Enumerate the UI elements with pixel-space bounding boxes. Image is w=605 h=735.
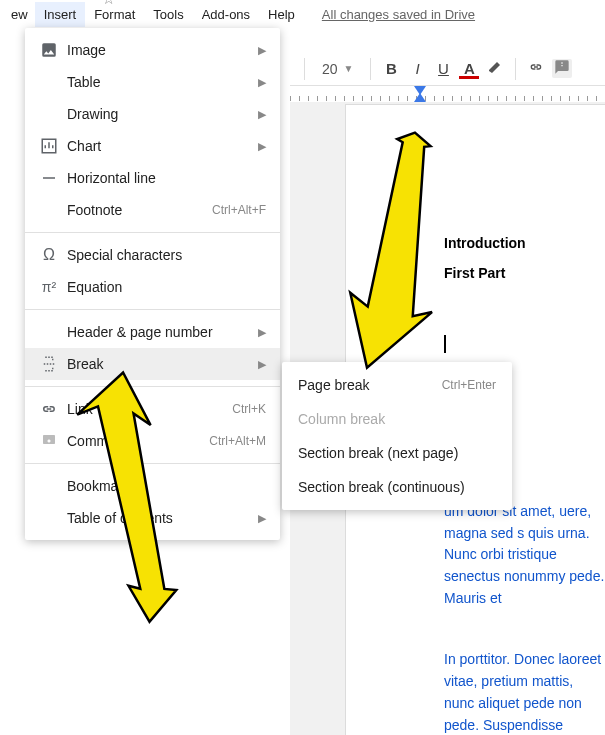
image-icon	[37, 41, 61, 59]
chevron-right-icon: ▶	[258, 140, 266, 153]
italic-button[interactable]: I	[407, 60, 427, 77]
menu-addons[interactable]: Add-ons	[193, 2, 259, 27]
menu-format[interactable]: Format	[85, 2, 144, 27]
saved-in-drive[interactable]: All changes saved in Drive	[322, 7, 475, 22]
chevron-right-icon: ▶	[258, 326, 266, 339]
menu-view-partial[interactable]: ew	[4, 2, 35, 27]
font-size-selector[interactable]: 20 ▼	[315, 58, 360, 80]
menu-insert[interactable]: Insert	[35, 2, 86, 27]
chevron-right-icon: ▶	[258, 44, 266, 57]
ruler[interactable]	[290, 86, 605, 102]
doc-heading: Introduction	[444, 235, 605, 251]
insert-link-button[interactable]	[526, 59, 546, 78]
pi-icon: π²	[37, 279, 61, 295]
menubar: ew Insert Format Tools Add-ons Help All …	[0, 0, 605, 28]
menu-item-footnote[interactable]: Footnote Ctrl+Alt+F	[25, 194, 280, 226]
insert-comment-button[interactable]	[552, 59, 572, 78]
doc-paragraph: In porttitor. Donec laoreet vitae, preti…	[444, 649, 605, 735]
indent-marker-icon[interactable]	[414, 93, 426, 102]
submenu-item-column-break: Column break	[282, 402, 512, 436]
menu-help[interactable]: Help	[259, 2, 304, 27]
menu-item-horizontal-line[interactable]: Horizontal line	[25, 162, 280, 194]
underline-button[interactable]: U	[433, 60, 453, 77]
submenu-item-section-break-continuous[interactable]: Section break (continuous)	[282, 470, 512, 504]
chevron-right-icon: ▶	[258, 512, 266, 525]
doc-paragraph: um dolor sit amet, uere, magna sed s qui…	[444, 501, 605, 609]
omega-icon: Ω	[37, 246, 61, 264]
separator	[25, 309, 280, 310]
shortcut-label: Ctrl+Enter	[442, 378, 496, 392]
highlight-button[interactable]	[485, 59, 505, 78]
shortcut-label: Ctrl+Alt+F	[212, 203, 266, 217]
menu-item-chart[interactable]: Chart ▶	[25, 130, 280, 162]
menu-item-equation[interactable]: π² Equation	[25, 271, 280, 303]
font-size-value: 20	[322, 61, 338, 77]
toolbar-partial: 20 ▼ B I U A	[290, 52, 605, 86]
menu-tools[interactable]: Tools	[144, 2, 192, 27]
annotation-arrow-icon	[330, 120, 450, 380]
menu-item-image[interactable]: Image ▶	[25, 34, 280, 66]
chevron-right-icon: ▶	[258, 76, 266, 89]
separator	[25, 232, 280, 233]
chevron-right-icon: ▶	[258, 358, 266, 371]
doc-heading: First Part	[444, 265, 605, 281]
chevron-right-icon: ▶	[258, 108, 266, 121]
chevron-down-icon: ▼	[344, 63, 354, 74]
menu-item-drawing[interactable]: Drawing ▶	[25, 98, 280, 130]
text-color-button[interactable]: A	[459, 60, 479, 77]
break-submenu: Page break Ctrl+Enter Column break Secti…	[282, 362, 512, 510]
shortcut-label: Ctrl+K	[232, 402, 266, 416]
horizontal-line-icon	[37, 169, 61, 187]
chart-icon	[37, 137, 61, 155]
bold-button[interactable]: B	[381, 60, 401, 77]
menu-item-header-page-number[interactable]: Header & page number ▶	[25, 316, 280, 348]
menu-item-table[interactable]: Table ▶	[25, 66, 280, 98]
annotation-arrow-icon	[50, 370, 220, 630]
submenu-item-section-break-next[interactable]: Section break (next page)	[282, 436, 512, 470]
menu-item-special-characters[interactable]: Ω Special characters	[25, 239, 280, 271]
